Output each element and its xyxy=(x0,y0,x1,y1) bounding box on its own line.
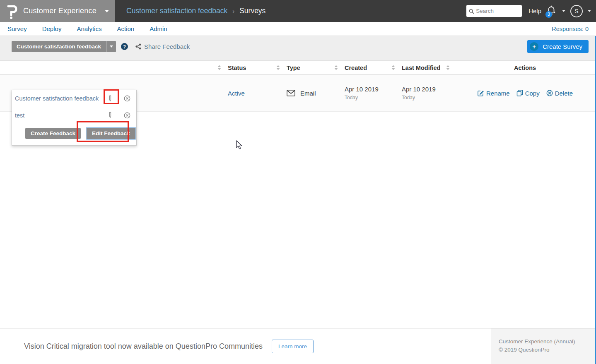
copy-label: Copy xyxy=(525,90,540,97)
tab-analytics[interactable]: Analytics xyxy=(77,25,101,32)
copy-button[interactable]: Copy xyxy=(516,90,540,97)
sort-icon[interactable] xyxy=(276,65,280,70)
share-feedback-button[interactable]: Share Feedback xyxy=(135,43,190,50)
sort-icon[interactable] xyxy=(217,65,221,70)
breadcrumb-current: Surveys xyxy=(239,7,265,15)
breadcrumb-parent-link[interactable]: Customer satisfaction feedback xyxy=(126,7,227,15)
responses-counter: Responses: 0 xyxy=(552,26,589,32)
license-info: Customer Experience (Annual) © 2019 Ques… xyxy=(491,328,596,364)
help-link[interactable]: Help xyxy=(528,7,541,14)
pencil-icon[interactable] xyxy=(105,112,115,119)
promo-banner: Vision Critical migration tool now avail… xyxy=(0,328,491,364)
status-badge[interactable]: Active xyxy=(228,90,245,97)
breadcrumb: Customer satisfaction feedback › Surveys xyxy=(126,7,265,15)
avatar-initial: S xyxy=(574,8,578,14)
feedback-dropdown-panel: Customer satisfaction feedback test xyxy=(12,90,137,146)
content-area: Customer satisfaction feedback ? Share F… xyxy=(0,36,596,328)
search-icon xyxy=(469,8,474,14)
cell-modified: Apr 10 2019 Today xyxy=(398,75,452,111)
product-title: Customer Experience xyxy=(23,7,97,15)
learn-more-button[interactable]: Learn more xyxy=(272,340,314,353)
chevron-down-icon xyxy=(105,10,109,12)
x-circle-icon[interactable] xyxy=(124,112,130,119)
delete-button[interactable]: Delete xyxy=(546,90,573,97)
promo-banner-text: Vision Critical migration tool now avail… xyxy=(24,342,263,351)
tab-survey[interactable]: Survey xyxy=(7,25,27,32)
header-label-type: Type xyxy=(287,65,300,71)
chevron-down-icon[interactable] xyxy=(562,10,565,12)
sort-icon[interactable] xyxy=(391,65,395,70)
created-relative: Today xyxy=(345,95,358,101)
cell-status: Active xyxy=(224,75,282,111)
mouse-cursor-icon xyxy=(234,140,244,151)
surveys-table-header: Status Type Created Last Modified Action… xyxy=(0,60,596,75)
header-cell-name xyxy=(0,61,224,74)
cell-type: Email xyxy=(282,75,340,111)
header-cell-type: Type xyxy=(282,61,340,74)
feedback-item-label: test xyxy=(15,112,105,119)
header-label-modified: Last Modified xyxy=(402,65,440,71)
help-icon[interactable]: ? xyxy=(121,43,128,50)
mail-icon xyxy=(287,90,295,96)
share-feedback-label: Share Feedback xyxy=(144,43,190,50)
create-survey-label: Create Survey xyxy=(543,43,582,50)
header-cell-created: Created xyxy=(340,61,398,74)
search-box[interactable] xyxy=(466,5,522,17)
survey-toolbar: Customer satisfaction feedback ? Share F… xyxy=(0,36,596,60)
avatar[interactable]: S xyxy=(570,5,583,17)
breadcrumb-separator: › xyxy=(232,7,234,14)
feedback-item[interactable]: Customer satisfaction feedback xyxy=(12,90,136,107)
share-icon xyxy=(135,43,141,50)
type-label: Email xyxy=(300,90,316,97)
x-circle-icon[interactable] xyxy=(124,95,130,102)
header-label-actions: Actions xyxy=(514,65,536,71)
header-label-created: Created xyxy=(345,65,367,71)
header-cell-actions: Actions xyxy=(452,61,596,74)
header-label-status: Status xyxy=(228,65,246,71)
feedback-selector-dropdown[interactable]: Customer satisfaction feedback xyxy=(12,41,116,52)
header-cell-modified: Last Modified xyxy=(398,61,452,74)
chevron-down-icon[interactable] xyxy=(588,10,591,12)
rename-label: Rename xyxy=(486,90,510,97)
cell-created: Apr 10 2019 Today xyxy=(340,75,398,111)
plus-icon: + xyxy=(530,42,538,51)
pencil-icon[interactable] xyxy=(105,95,115,102)
header-cell-status: Status xyxy=(224,61,282,74)
footer: Vision Critical migration tool now avail… xyxy=(0,328,596,364)
rename-button[interactable]: Rename xyxy=(477,90,510,97)
notification-count-badge: 3 xyxy=(545,11,552,18)
feedback-selector-label: Customer satisfaction feedback xyxy=(12,41,106,52)
app-window: Customer Experience Customer satisfactio… xyxy=(0,0,596,364)
cell-actions: Rename Copy Delete xyxy=(452,75,596,111)
delete-label: Delete xyxy=(555,90,573,97)
rename-icon xyxy=(477,90,484,96)
edit-feedback-button[interactable]: Edit Feedback xyxy=(86,127,136,140)
sort-icon[interactable] xyxy=(446,65,450,70)
license-plan: Customer Experience (Annual) xyxy=(499,338,596,346)
tab-admin[interactable]: Admin xyxy=(150,25,167,32)
sort-icon[interactable] xyxy=(334,65,338,70)
feedback-item[interactable]: test xyxy=(12,107,136,123)
created-date: Apr 10 2019 xyxy=(345,86,379,93)
notifications-button[interactable]: 3 xyxy=(546,5,557,17)
create-feedback-button[interactable]: Create Feedback xyxy=(25,128,81,139)
main-nav: Survey Deploy Analytics Action Admin Res… xyxy=(0,22,596,36)
feedback-panel-buttons: Create Feedback Edit Feedback xyxy=(12,123,136,145)
feedback-item-label: Customer satisfaction feedback xyxy=(15,95,105,102)
chevron-down-icon[interactable] xyxy=(106,41,116,52)
tab-deploy[interactable]: Deploy xyxy=(42,25,62,32)
product-switcher[interactable]: Customer Experience xyxy=(0,0,115,22)
search-input[interactable] xyxy=(476,8,519,14)
copyright: © 2019 QuestionPro xyxy=(499,346,596,354)
delete-icon xyxy=(546,90,553,96)
modified-date: Apr 10 2019 xyxy=(402,86,436,93)
create-survey-button[interactable]: + Create Survey xyxy=(527,40,589,53)
copy-icon xyxy=(516,90,523,96)
modified-relative: Today xyxy=(402,95,415,101)
topbar-actions: Help 3 S xyxy=(466,5,596,17)
tab-action[interactable]: Action xyxy=(117,25,134,32)
questionpro-logo-icon xyxy=(4,3,19,19)
top-bar: Customer Experience Customer satisfactio… xyxy=(0,0,596,22)
